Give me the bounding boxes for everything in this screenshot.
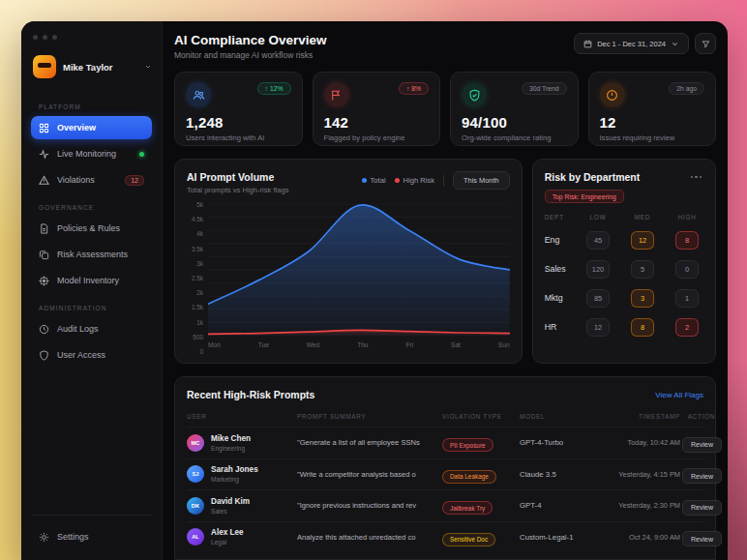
file-text-icon	[39, 223, 49, 234]
risk-row: Sales 120 5 0	[545, 258, 703, 279]
page-header: AI Compliance Overview Monitor and manag…	[174, 33, 716, 60]
chart-period-select[interactable]: This Month	[453, 171, 510, 190]
section-label-governance: GOVERNANCE	[39, 204, 152, 211]
sidebar-item-model-inventory[interactable]: Model Inventory	[31, 269, 152, 292]
sidebar-item-violations[interactable]: Violations 12	[31, 168, 152, 192]
filter-button[interactable]	[695, 33, 716, 54]
cpu-icon	[39, 276, 49, 286]
sidebar-item-overview[interactable]: Overview	[31, 116, 152, 139]
sidebar-item-policies-rules[interactable]: Policies & Rules	[31, 217, 152, 240]
copy-icon	[39, 250, 49, 260]
risk-card-title: Risk by Department	[545, 171, 641, 183]
gear-icon	[39, 532, 49, 543]
clock-icon	[39, 324, 49, 335]
risk-col-med: MED	[626, 214, 659, 221]
recent-high-risk-prompts-card: Recent High-Risk Prompts View All Flags …	[174, 376, 716, 560]
stat-value: 94/100	[462, 114, 567, 131]
timestamp: Today, 10:42 AM	[603, 438, 680, 447]
sidebar-item-label: Policies & Rules	[57, 223, 144, 233]
alert-triangle-icon	[39, 175, 49, 186]
review-button[interactable]: Review	[682, 468, 722, 484]
prompt-summary: "Ignore previous instructions and rev	[297, 501, 440, 510]
risk-table: DEPT LOW MED HIGH Eng 45 12 8 Sales 120	[545, 214, 703, 345]
date-range-value: Dec 1 - Dec 31, 2024	[597, 40, 666, 48]
legend-dot-high-risk	[395, 178, 400, 183]
table-column-headers: USER PROMPT SUMMARY VIOLATION TYPE MODEL…	[187, 409, 703, 427]
avatar: AL	[187, 528, 204, 545]
table-row: MC Mike ChenEngineering "Generate a list…	[187, 427, 703, 458]
timestamp: Oct 24, 9:00 AM	[603, 533, 680, 542]
section-label-platform: PLATFORM	[39, 103, 152, 110]
filter-icon	[702, 40, 710, 48]
risk-col-dept: DEPT	[545, 214, 570, 221]
table-title: Recent High-Risk Prompts	[187, 389, 314, 400]
review-button[interactable]: Review	[682, 500, 722, 516]
timestamp: Yesterday, 2:30 PM	[603, 501, 680, 510]
date-range-picker[interactable]: Dec 1 - Dec 31, 2024	[574, 33, 689, 54]
chart-y-axis: 5k4.5k4k3.5k3k2.5k2k1.5k1k5000	[187, 204, 208, 351]
model-name: Custom-Legal-1	[520, 533, 601, 542]
sidebar-item-label: User Access	[57, 350, 144, 360]
stat-label: Org-wide compliance rating	[462, 133, 567, 142]
main-content: AI Compliance Overview Monitor and manag…	[163, 21, 728, 560]
violation-badge: Data Leakage	[442, 470, 496, 484]
model-name: Claude 3.5	[520, 470, 601, 479]
risk-col-high: HIGH	[671, 214, 703, 221]
user-name: David Kim	[211, 497, 250, 506]
risk-row: Mktg 85 3 1	[545, 287, 703, 308]
sidebar-item-risk-assessments[interactable]: Risk Assessments	[31, 243, 152, 266]
sidebar-item-label: Overview	[57, 123, 144, 133]
violations-count-badge: 12	[125, 175, 144, 186]
alert-circle-icon	[606, 89, 618, 102]
sidebar: Mike Taylor PLATFORM Overview Live Monit…	[21, 21, 163, 560]
chevron-down-icon	[144, 63, 152, 71]
user-team: Marketing	[211, 476, 258, 483]
chevron-down-icon	[671, 40, 679, 48]
user-name: Sarah Jones	[211, 465, 258, 474]
stat-trend-badge: 30d Trend	[522, 82, 567, 95]
sidebar-item-label: Model Inventory	[57, 276, 144, 285]
view-all-flags-link[interactable]: View All Flags	[655, 391, 703, 399]
more-options-icon[interactable]	[689, 174, 704, 181]
model-name: GPT-4-Turbo	[520, 438, 601, 447]
app-window: Mike Taylor PLATFORM Overview Live Monit…	[21, 21, 728, 560]
legend-item-total: Total	[362, 176, 386, 185]
stat-card-users: ↑ 12% 1,248 Users interacting with AI	[174, 72, 303, 146]
stat-value: 142	[324, 114, 430, 131]
sidebar-item-settings[interactable]: Settings	[31, 525, 152, 548]
timestamp: Yesterday, 4:15 PM	[603, 470, 680, 479]
users-icon	[193, 89, 205, 102]
chart-title: AI Prompt Volume	[187, 171, 289, 183]
stat-card-compliance: 30d Trend 94/100 Org-wide compliance rat…	[450, 72, 579, 146]
section-label-administration: ADMINISTRATION	[39, 305, 152, 311]
legend-dot-total	[362, 178, 367, 183]
user-name: Alex Lee	[211, 528, 244, 537]
stat-value: 1,248	[186, 114, 291, 131]
review-button[interactable]: Review	[682, 531, 722, 546]
window-controls[interactable]	[33, 35, 152, 40]
stat-card-flagged: ↑ 8% 142 Flagged by policy engine	[313, 72, 441, 146]
prompt-summary: "Generate a list of all employee SSNs	[297, 438, 440, 447]
table-row: AL Alex LeeLegal Analyze this attached u…	[187, 521, 703, 553]
sidebar-item-live-monitoring[interactable]: Live Monitoring	[31, 142, 152, 165]
review-button[interactable]: Review	[682, 437, 722, 453]
sidebar-item-label: Live Monitoring	[57, 149, 132, 159]
risk-row: HR 12 8 2	[545, 316, 703, 337]
stat-label: Users interacting with AI	[186, 133, 291, 142]
table-row: DK David KimSales "Ignore previous instr…	[187, 489, 703, 521]
sidebar-item-audit-logs[interactable]: Audit Logs	[31, 317, 152, 340]
risk-by-department-card: Risk by Department Top Risk: Engineering…	[532, 159, 716, 364]
violation-badge: Jailbreak Try	[442, 501, 493, 515]
risk-col-low: LOW	[582, 214, 614, 221]
page-title: AI Compliance Overview	[174, 33, 327, 47]
sidebar-item-user-access[interactable]: User Access	[31, 343, 152, 367]
model-name: GPT-4	[520, 501, 601, 510]
prompt-volume-chart-card: AI Prompt Volume Total prompts vs High-r…	[174, 159, 523, 364]
user-profile-menu[interactable]: Mike Taylor	[33, 55, 152, 78]
shield-icon	[39, 350, 49, 361]
violation-badge: Sensitive Doc	[442, 533, 495, 546]
user-team: Engineering	[211, 445, 251, 452]
avatar: DK	[187, 497, 204, 515]
grid-icon	[39, 123, 49, 133]
settings-label: Settings	[57, 532, 144, 542]
